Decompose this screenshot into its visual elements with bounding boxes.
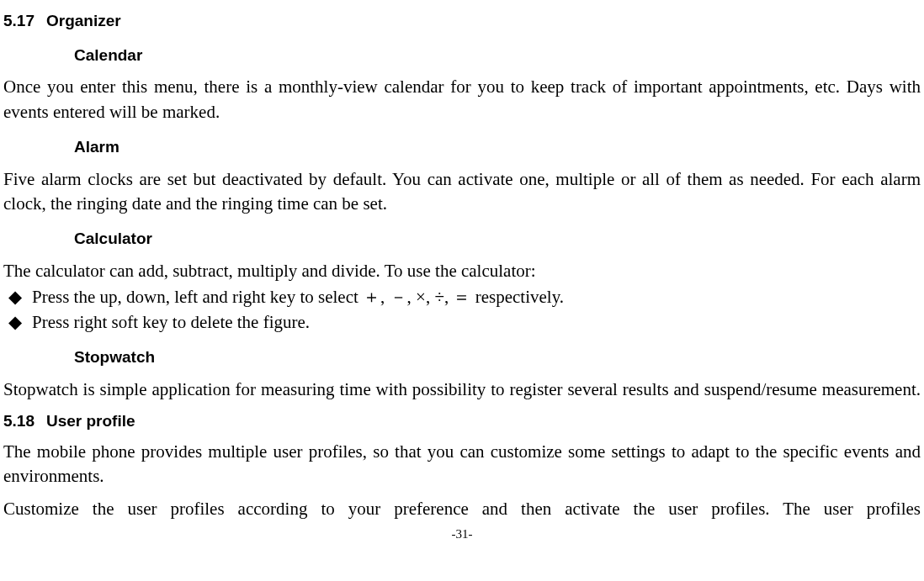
section-number-518: 5.18 bbox=[3, 410, 35, 433]
para-calculator-intro: The calculator can add, subtract, multip… bbox=[3, 259, 921, 283]
sub-heading-calendar: Calendar bbox=[74, 45, 921, 67]
calculator-bullets: Press the up, down, left and right key t… bbox=[3, 285, 921, 335]
para-alarm: Five alarm clocks are set but deactivate… bbox=[3, 167, 921, 217]
para-calendar: Once you enter this menu, there is a mon… bbox=[3, 75, 921, 124]
calculator-bullet-1: Press the up, down, left and right key t… bbox=[3, 285, 921, 309]
section-heading-user-profile: 5.18User profile bbox=[3, 410, 921, 433]
section-title-user-profile: User profile bbox=[46, 412, 135, 430]
section-title-organizer: Organizer bbox=[46, 12, 121, 29]
para-user-profile-1: The mobile phone provides multiple user … bbox=[3, 440, 921, 489]
section-number-517: 5.17 bbox=[3, 10, 35, 33]
para-user-profile-2: Customize the user profiles according to… bbox=[3, 497, 921, 521]
sub-heading-stopwatch: Stopwatch bbox=[74, 346, 921, 369]
para-stopwatch: Stopwatch is simple application for meas… bbox=[3, 378, 921, 402]
calculator-bullet-2: Press right soft key to delete the figur… bbox=[3, 310, 921, 335]
sub-heading-alarm: Alarm bbox=[74, 136, 921, 159]
page-number: -31- bbox=[3, 526, 921, 543]
section-heading-organizer: 5.17Organizer bbox=[3, 10, 921, 33]
sub-heading-calculator: Calculator bbox=[74, 228, 921, 251]
